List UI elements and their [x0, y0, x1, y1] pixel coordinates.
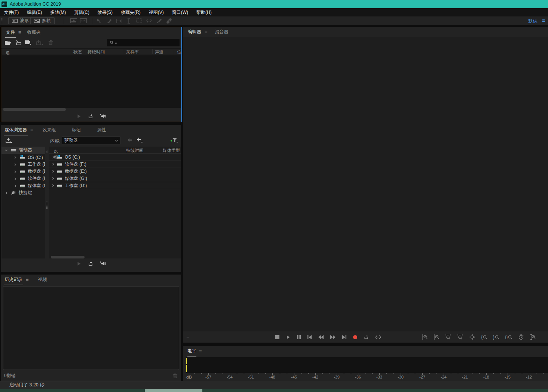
menu-help[interactable]: 帮助(H) — [192, 8, 216, 16]
zoom-out-amplitude-icon[interactable] — [434, 334, 440, 340]
tree-item-drive[interactable]: OS (C:) — [1, 154, 45, 161]
levels-menu-icon[interactable]: ≡ — [199, 348, 202, 354]
pause-icon[interactable] — [297, 335, 301, 340]
list-hscrollbar-thumb[interactable] — [51, 256, 85, 258]
play-icon[interactable] — [76, 261, 82, 266]
chevron-right-icon[interactable] — [52, 177, 55, 180]
tree-item-shortcuts[interactable]: 快捷键 — [1, 189, 45, 196]
time-selection-tool-icon[interactable] — [116, 18, 123, 24]
editor-menu-icon[interactable]: ≡ — [205, 29, 208, 35]
tree-item-drive[interactable]: 数据盘 (E:) — [1, 168, 45, 175]
files-list-empty[interactable] — [1, 55, 181, 108]
tab-editor[interactable]: 编辑器 — [187, 27, 202, 37]
stop-icon[interactable] — [275, 335, 280, 340]
drive-row[interactable]: OS (C:) — [49, 154, 181, 161]
zoom-to-selection-icon[interactable]: {} — [505, 334, 512, 340]
loop-playback-icon[interactable] — [88, 261, 94, 266]
drive-row[interactable]: 媒体盘 (G:) — [49, 175, 181, 182]
files-panel-menu-icon[interactable]: ≡ — [18, 30, 21, 35]
search-dropdown-icon[interactable] — [115, 43, 117, 45]
rewind-icon[interactable] — [318, 335, 324, 340]
taskbar-thumb[interactable] — [145, 389, 202, 392]
back-arrow-icon[interactable] — [127, 138, 133, 143]
auto-play-speaker-icon[interactable] — [100, 113, 106, 119]
history-list-empty[interactable] — [3, 286, 179, 370]
menu-favorites[interactable]: 收藏夹(R) — [117, 8, 145, 16]
import-file-icon[interactable] — [15, 40, 22, 45]
workspace-selector[interactable]: 默认 — [528, 18, 538, 24]
zoom-out-time-icon[interactable] — [457, 334, 463, 340]
chevron-right-icon[interactable] — [52, 184, 55, 187]
skip-to-end-icon[interactable] — [342, 335, 347, 340]
move-tool-icon[interactable] — [96, 18, 102, 24]
tree-item-drive[interactable]: 工作盘 (D:) — [1, 161, 45, 168]
tree-item-drives-root[interactable]: 驱动器 — [1, 147, 45, 154]
files-hscrollbar-thumb[interactable] — [3, 108, 66, 111]
zoom-to-in-point-icon[interactable]: { — [481, 334, 487, 340]
drive-row[interactable]: 数据盘 (E:) — [49, 168, 181, 175]
filter-icon[interactable] — [170, 137, 178, 143]
media-browser-menu-icon[interactable]: ≡ — [30, 127, 33, 133]
tab-video[interactable]: 视频 — [37, 275, 48, 285]
zoom-in-time-icon[interactable] — [445, 334, 451, 340]
lasso-selection-tool-icon[interactable] — [146, 18, 152, 24]
column-sample-rate[interactable]: 采样率 — [126, 49, 139, 55]
zoom-at-playhead-icon[interactable] — [530, 334, 536, 340]
paintbrush-tool-icon[interactable] — [156, 18, 162, 24]
chevron-right-icon[interactable] — [14, 156, 17, 159]
content-dropdown[interactable]: 驱动器 — [62, 137, 121, 144]
spot-healing-brush-tool-icon[interactable] — [166, 18, 172, 24]
drive-row[interactable]: 软件盘 (F:) — [49, 161, 181, 168]
chevron-right-icon[interactable] — [14, 163, 17, 166]
marquee-selection-tool-icon[interactable] — [136, 18, 142, 23]
chevron-right-icon[interactable] — [5, 192, 8, 195]
toolbar-grip[interactable] — [1, 18, 3, 24]
loop-playback-icon[interactable] — [364, 334, 369, 340]
play-icon[interactable] — [76, 114, 82, 119]
chevron-right-icon[interactable] — [14, 170, 17, 173]
column-bit[interactable]: 位 — [177, 49, 181, 55]
tab-markers[interactable]: 标记 — [71, 125, 82, 135]
chevron-down-icon[interactable] — [5, 149, 8, 152]
menu-window[interactable]: 窗口(W) — [168, 8, 192, 16]
tab-effects-rack[interactable]: 效果组 — [42, 125, 57, 135]
collapse-arrow-icon[interactable] — [46, 150, 48, 153]
spectral-frequency-display-icon[interactable] — [70, 18, 77, 23]
ibeam-tool-icon[interactable] — [126, 18, 131, 24]
open-file-icon[interactable] — [4, 40, 11, 45]
zoom-in-amplitude-icon[interactable] — [422, 334, 428, 340]
chevron-right-icon[interactable] — [52, 163, 55, 166]
column-duration[interactable]: 持续时间 — [88, 49, 105, 55]
column-status[interactable]: 状态 — [73, 49, 82, 55]
tree-item-drive[interactable]: 媒体盘 (G:) — [1, 182, 45, 189]
tab-media-browser[interactable]: 媒体浏览器 — [4, 125, 28, 135]
menu-effects[interactable]: 效果(S) — [94, 8, 117, 16]
tree-item-drive[interactable]: 软件盘 (F:) — [1, 175, 45, 182]
menu-edit[interactable]: 编辑(E) — [23, 8, 46, 16]
files-search-box[interactable] — [107, 39, 180, 46]
tab-files[interactable]: 文件 — [5, 27, 16, 37]
column-duration[interactable]: 持续时间 — [126, 148, 143, 153]
workspace-menu-icon[interactable]: ≡ — [542, 18, 545, 24]
chevron-right-icon[interactable] — [14, 184, 17, 187]
menu-clip[interactable]: 剪辑(C) — [70, 8, 94, 16]
record-icon[interactable] — [353, 335, 358, 340]
skip-selection-icon[interactable] — [375, 335, 381, 340]
waveform-mode-button[interactable]: 波形 — [8, 17, 33, 24]
save-icon[interactable] — [36, 40, 43, 45]
clear-history-trash-icon[interactable] — [172, 373, 178, 379]
skip-to-start-icon[interactable] — [307, 335, 312, 340]
divider-grip[interactable] — [46, 201, 48, 209]
menu-view[interactable]: 视图(V) — [145, 8, 168, 16]
zoom-reset-icon[interactable] — [469, 334, 475, 340]
tree-list-divider[interactable] — [45, 147, 49, 258]
razor-tool-icon[interactable] — [106, 18, 112, 24]
tab-history[interactable]: 历史记录 — [4, 275, 23, 285]
play-icon[interactable] — [286, 335, 291, 340]
tab-mixer[interactable]: 混音器 — [214, 27, 229, 37]
column-channels[interactable]: 声道 — [155, 49, 163, 55]
fast-forward-icon[interactable] — [330, 335, 336, 340]
multitrack-mode-button[interactable]: 多轨 — [30, 17, 55, 24]
drive-row[interactable]: 工作盘 (D:) — [49, 182, 181, 189]
editor-canvas-empty[interactable] — [183, 37, 548, 331]
